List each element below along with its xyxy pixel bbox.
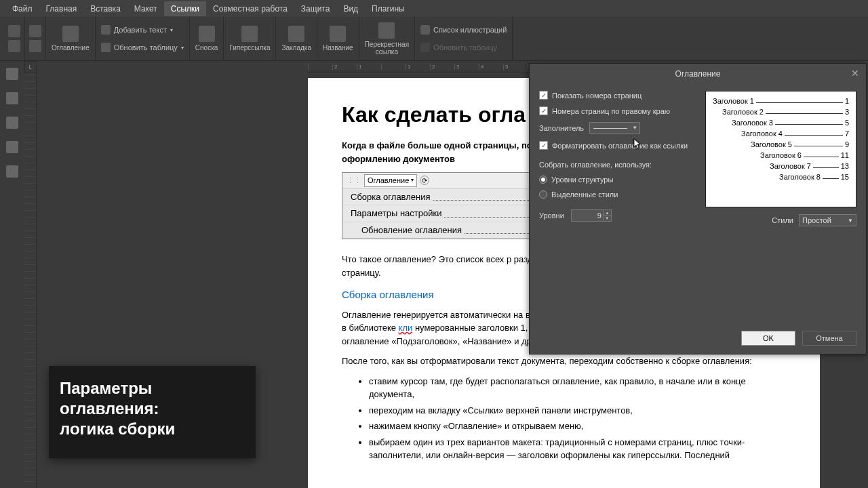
- as-links-checkbox[interactable]: ✓Форматировать оглавление как ссылки: [539, 141, 696, 150]
- clipboard-group-2: [25, 17, 46, 60]
- show-pages-label: Показать номера страниц: [552, 92, 642, 100]
- styles-label: Стили: [772, 216, 793, 224]
- cut-icon[interactable]: [29, 25, 41, 37]
- toc-dropdown[interactable]: Оглавление ▾: [364, 174, 417, 187]
- styles-radio-label: Выделенные стили: [551, 190, 618, 199]
- levels-label: Уровни: [539, 211, 564, 220]
- add-text-icon: [101, 25, 111, 35]
- outline-icon[interactable]: [6, 141, 18, 153]
- preview-row: Заголовок 611: [713, 151, 849, 159]
- list-icon: [420, 25, 430, 35]
- add-text-button[interactable]: Добавить текст▾: [101, 22, 184, 38]
- copy-icon[interactable]: [8, 25, 20, 37]
- list-item: выбираем один из трех вариантов макета: …: [369, 436, 786, 462]
- illustrations-button[interactable]: Список иллюстраций: [420, 22, 507, 38]
- bookmark-label: Закладка: [281, 44, 311, 52]
- align-right-checkbox[interactable]: ✓Номера страниц по правому краю: [539, 106, 696, 115]
- doc-p4: После того, как вы отформатировали текст…: [342, 354, 786, 368]
- menubar: ФайлГлавнаяВставкаМакетСсылкиСовместная …: [0, 0, 868, 17]
- toc-refresh-button[interactable]: ⟳: [420, 176, 429, 185]
- crossref-button[interactable]: Перекрестная ссылка: [359, 17, 415, 60]
- list-item: переходим на вкладку «Ссылки» верхней па…: [369, 404, 786, 418]
- headings-icon[interactable]: [6, 117, 18, 129]
- outline-radio[interactable]: Уровни структуры: [539, 176, 696, 184]
- ruler-tick: 2: [332, 64, 357, 70]
- menu-item-8[interactable]: Плагины: [365, 1, 412, 16]
- ok-button[interactable]: OK: [741, 331, 795, 346]
- align-right-label: Номера страниц по правому краю: [552, 107, 670, 115]
- ruler-tick: 1: [406, 64, 430, 70]
- list-item: ставим курсор там, где будет располагать…: [369, 375, 786, 401]
- refresh-icon-2: [420, 43, 430, 52]
- menu-item-1[interactable]: Главная: [39, 1, 84, 16]
- update-table2-label: Обновить таблицу: [433, 43, 497, 52]
- caption-button[interactable]: Название: [317, 17, 359, 60]
- update-table-button[interactable]: Обновить таблицу▾: [101, 39, 184, 56]
- style-value: Простой: [802, 216, 831, 224]
- footnote-button[interactable]: Сноска: [190, 17, 224, 60]
- toc-dd-label: Оглавление: [368, 175, 409, 186]
- toc-button[interactable]: Оглавление: [46, 17, 96, 60]
- add-text-label: Добавить текст: [114, 26, 167, 34]
- toc-label: Оглавление: [52, 44, 90, 52]
- preview-row: Заголовок 47: [713, 129, 849, 138]
- info-icon[interactable]: [6, 165, 18, 178]
- ruler-tick: 4: [479, 64, 503, 70]
- ruler-tick: 1: [357, 64, 381, 70]
- spin-up-icon[interactable]: ▲: [603, 210, 611, 216]
- menu-item-3[interactable]: Макет: [127, 1, 164, 16]
- ruler-tick: [308, 64, 332, 70]
- menu-item-2[interactable]: Вставка: [83, 1, 127, 16]
- radio-icon: [539, 190, 547, 199]
- crossref-label: Перекрестная ссылка: [365, 41, 409, 56]
- menu-item-6[interactable]: Защита: [294, 1, 337, 16]
- ruler-tick: 5: [503, 64, 528, 70]
- ruler-tick: [381, 64, 406, 70]
- caption-icon: [330, 26, 346, 42]
- update-table2-button: Обновить таблицу: [420, 39, 507, 56]
- leader-combo[interactable]: ▼: [589, 122, 640, 134]
- illustrations-label: Список иллюстраций: [433, 26, 507, 34]
- select-icon[interactable]: [29, 40, 41, 52]
- preview-row: Заголовок 35: [713, 119, 849, 127]
- styles-combo[interactable]: Простой▼: [799, 214, 856, 226]
- clipboard-group: [4, 17, 25, 60]
- doc-bullets: ставим курсор там, где будет располагать…: [369, 375, 786, 462]
- overlay-l3: логика сборки: [60, 419, 245, 439]
- levels-spinner[interactable]: 9▲▼: [571, 209, 612, 222]
- menu-item-7[interactable]: Вид: [336, 1, 365, 16]
- show-pages-checkbox[interactable]: ✓Показать номера страниц: [539, 91, 696, 100]
- menu-item-0[interactable]: Файл: [5, 1, 39, 16]
- ruler-tick: 3: [454, 64, 479, 70]
- hyperlink-label: Гиперссылка: [229, 44, 270, 52]
- checkbox-icon: ✓: [539, 141, 548, 150]
- hyperlink-icon: [241, 26, 258, 42]
- cancel-button[interactable]: Отмена: [802, 331, 856, 346]
- preview-row: Заголовок 815: [713, 173, 849, 181]
- crossref-icon: [378, 22, 395, 39]
- hyperlink-button[interactable]: Гиперссылка: [224, 17, 276, 60]
- paste-icon[interactable]: [8, 40, 20, 52]
- preview-row: Заголовок 713: [713, 162, 849, 170]
- preview-row: Заголовок 59: [713, 140, 849, 148]
- list-item: нажимаем кнопку «Оглавление» и открываем…: [369, 420, 786, 433]
- outline-label: Уровни структуры: [551, 176, 613, 184]
- leader-label: Заполнитель: [539, 124, 584, 132]
- footnote-icon: [199, 26, 215, 42]
- menu-item-5[interactable]: Совместная работа: [206, 1, 294, 16]
- ruler-vertical: L: [24, 61, 37, 488]
- refresh-icon: [101, 43, 111, 52]
- as-links-label: Форматировать оглавление как ссылки: [552, 142, 688, 150]
- toc-dialog: Оглавление ✕ ✓Показать номера страниц ✓Н…: [529, 63, 867, 354]
- styles-radio[interactable]: Выделенные стили: [539, 190, 696, 199]
- ribbon-toolbar: Оглавление Добавить текст▾ Обновить табл…: [0, 17, 868, 61]
- bookmark-button[interactable]: Закладка: [276, 17, 317, 60]
- comments-icon[interactable]: [6, 92, 18, 104]
- search-icon[interactable]: [6, 68, 18, 80]
- overlay-caption: Параметры оглавления: логика сборки: [49, 366, 256, 458]
- spin-down-icon[interactable]: ▼: [603, 216, 611, 222]
- dialog-title-bar: Оглавление ✕: [530, 64, 866, 84]
- menu-item-4[interactable]: Ссылки: [164, 1, 206, 16]
- close-icon[interactable]: ✕: [850, 68, 861, 79]
- chevron-down-icon: ▼: [632, 125, 637, 131]
